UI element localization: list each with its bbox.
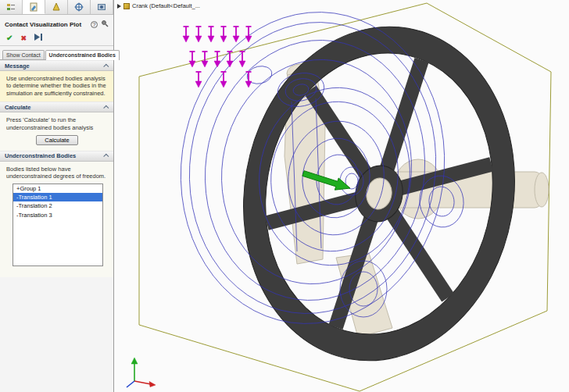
- list-item-selected[interactable]: -Translation 1: [13, 193, 102, 201]
- bodies-text: Bodies listed below have underconstraine…: [6, 166, 108, 180]
- manager-tab-strip: [0, 0, 113, 15]
- tab-display-manager[interactable]: [91, 0, 113, 14]
- breadcrumb[interactable]: Crank (Default<Default_...: [117, 2, 200, 9]
- tab-configuration-manager[interactable]: [45, 0, 68, 14]
- ok-button[interactable]: ✔: [6, 34, 13, 42]
- configuration-icon: [52, 2, 61, 12]
- help-icon[interactable]: ?: [91, 21, 98, 28]
- display-manager-icon: [97, 2, 106, 12]
- panel-title: Contact Visualization Plot: [5, 21, 91, 28]
- collapse-chevron-icon: [103, 63, 109, 69]
- application-window: Crank (Default<Default_...: [0, 0, 569, 392]
- pin-icon[interactable]: [101, 20, 109, 29]
- message-section-header[interactable]: Message: [0, 60, 113, 71]
- tab-feature-manager[interactable]: [0, 0, 23, 14]
- dimxpert-icon: [74, 2, 84, 12]
- tab-underconstrained-bodies[interactable]: Underconstrained Bodies: [45, 50, 120, 60]
- orientation-triad: [127, 358, 156, 387]
- part-icon: [123, 3, 130, 9]
- panel-tab-row: Show Contact Underconstrained Bodies: [0, 46, 113, 60]
- calculate-section-header[interactable]: Calculate: [0, 102, 113, 112]
- list-item[interactable]: -Translation 3: [13, 211, 102, 219]
- bodies-header-label: Underconstrained Bodies: [5, 152, 105, 159]
- tab-show-contact[interactable]: Show Contact: [2, 50, 45, 59]
- message-header-label: Message: [5, 62, 105, 69]
- calculate-header-label: Calculate: [5, 104, 105, 111]
- bodies-listbox[interactable]: +Group 1 -Translation 1 -Translation 2 -…: [13, 184, 103, 266]
- list-item[interactable]: -Translation 2: [13, 201, 102, 210]
- panel-actions: ✔ ✖: [0, 31, 113, 46]
- cancel-button[interactable]: ✖: [20, 34, 27, 42]
- feature-tree-icon: [6, 2, 16, 12]
- property-manager-icon: [29, 2, 38, 12]
- message-text: Use underconstrained bodies analysis to …: [0, 71, 113, 102]
- calculate-button[interactable]: Calculate: [36, 135, 77, 145]
- bodies-section-header[interactable]: Underconstrained Bodies: [0, 151, 113, 162]
- tab-dimxpert-manager[interactable]: [68, 0, 91, 14]
- breadcrumb-arrow-icon: [117, 4, 121, 9]
- tab-property-manager[interactable]: [23, 0, 45, 14]
- list-item[interactable]: +Group 1: [13, 184, 102, 193]
- calculate-text: Press 'Calculate' to run the underconstr…: [6, 116, 108, 131]
- fast-compute-icon[interactable]: [34, 34, 44, 42]
- breadcrumb-label: Crank (Default<Default_...: [132, 2, 200, 9]
- property-manager-panel: Contact Visualization Plot ? ✔ ✖ Sho: [0, 0, 114, 392]
